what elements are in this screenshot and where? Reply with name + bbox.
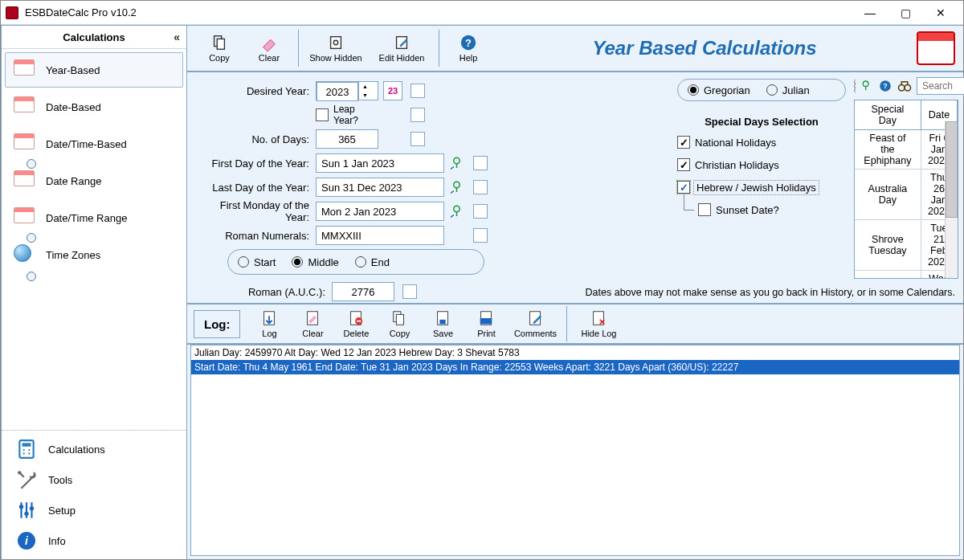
- log-copy-icon: [390, 309, 408, 327]
- table-row[interactable]: Shrove TuesdayTue 21 Feb 2023: [855, 220, 958, 271]
- radio-start[interactable]: [238, 256, 249, 268]
- edit-hidden-icon: [393, 34, 411, 51]
- radio-julian[interactable]: [766, 84, 778, 96]
- calendar-picker-button[interactable]: 23: [383, 81, 402, 100]
- setup-icon: [16, 500, 37, 521]
- calendar-icon: [14, 59, 35, 76]
- copy-button[interactable]: Copy: [195, 28, 243, 68]
- log-print-icon: [477, 309, 495, 327]
- close-button[interactable]: ✕: [923, 2, 958, 24]
- log-line-1[interactable]: Julian Day: 2459970 Alt Day: Wed 12 Jan …: [191, 345, 959, 360]
- sidebar-item-datetime-based[interactable]: Date/Time-Based: [5, 126, 183, 161]
- search-reset-icon[interactable]: [854, 79, 856, 93]
- log-delete-icon: [347, 309, 365, 327]
- log-copy-button[interactable]: Copy: [378, 305, 420, 343]
- log-line-2[interactable]: Start Date: Thu 4 May 1961 End Date: Tue…: [191, 360, 959, 374]
- log-comments-button[interactable]: Comments: [509, 305, 562, 343]
- desired-year-label: Desired Year:: [195, 85, 316, 97]
- log-button[interactable]: Log: [248, 305, 290, 343]
- radio-gregorian[interactable]: [688, 84, 699, 96]
- toggle-leap-year[interactable]: [411, 108, 425, 122]
- year-down[interactable]: ▼: [359, 91, 371, 100]
- svg-rect-15: [331, 37, 341, 49]
- svg-point-3: [28, 449, 30, 451]
- svg-point-26: [899, 85, 905, 92]
- pin-last-day-icon[interactable]: [451, 180, 465, 194]
- table-row[interactable]: Ash WednesdayWed 22 Feb 2023: [855, 271, 958, 280]
- log-save-icon: [434, 309, 451, 327]
- first-monday-field[interactable]: [316, 202, 444, 221]
- first-day-label: First Day of the Year:: [195, 157, 316, 170]
- collapse-sidebar-icon[interactable]: «: [174, 31, 180, 43]
- sidebar-bottom-tools[interactable]: Tools: [2, 464, 186, 495]
- log-save-button[interactable]: Save: [422, 305, 464, 343]
- christian-holidays-checkbox[interactable]: [677, 158, 690, 171]
- sidebar-bottom-calculations[interactable]: Calculations: [2, 434, 186, 464]
- table-row[interactable]: Australia DayThu 26 Jan 2023: [855, 170, 958, 220]
- help-button[interactable]: ? Help: [444, 28, 492, 68]
- eraser-icon: [260, 34, 278, 51]
- toggle-first-monday[interactable]: [473, 204, 488, 219]
- pin-first-day-icon[interactable]: [451, 156, 465, 170]
- toggle-last-day[interactable]: [473, 180, 488, 194]
- first-day-field[interactable]: [316, 153, 444, 173]
- last-day-field[interactable]: [316, 178, 444, 197]
- toggle-no-days[interactable]: [411, 132, 425, 146]
- radio-middle[interactable]: [292, 256, 303, 268]
- svg-point-5: [28, 452, 30, 454]
- calendar-type-selector: Gregorian Julian: [677, 79, 846, 101]
- log-clear-button[interactable]: Clear: [292, 305, 333, 343]
- hide-log-button[interactable]: Hide Log: [572, 305, 625, 343]
- edit-hidden-button[interactable]: Edit Hidden: [370, 28, 434, 68]
- log-area[interactable]: Julian Day: 2459970 Alt Day: Wed 12 Jan …: [190, 345, 960, 556]
- search-help-icon[interactable]: ?: [878, 79, 893, 93]
- hebrew-holidays-checkbox[interactable]: [677, 181, 690, 194]
- desired-year-input[interactable]: ▲▼: [316, 81, 378, 100]
- toggle-first-day[interactable]: [473, 156, 488, 170]
- toolbar: Copy Clear Show Hidden Edit Hidden ?: [187, 26, 963, 72]
- pin-first-monday-icon[interactable]: [451, 204, 465, 219]
- show-hidden-icon: [327, 34, 345, 51]
- maximize-button[interactable]: ▢: [888, 2, 923, 24]
- sidebar-item-date-based[interactable]: Date-Based: [5, 89, 183, 125]
- col-special-day[interactable]: Special Day: [855, 100, 921, 130]
- sunset-date-checkbox[interactable]: [698, 203, 711, 216]
- special-days-header: Special Days Selection: [677, 116, 846, 128]
- svg-rect-14: [217, 39, 224, 49]
- window-title: ESBDateCalc Pro v10.2: [25, 6, 852, 18]
- binoculars-icon[interactable]: [897, 79, 912, 93]
- sidebar-header: Calculations «: [2, 26, 186, 48]
- info-icon: i: [16, 530, 37, 551]
- sidebar-bottom-info[interactable]: i Info: [2, 525, 186, 556]
- show-hidden-button[interactable]: Show Hidden: [304, 28, 368, 68]
- roman-field[interactable]: [316, 226, 444, 245]
- log-icon: [260, 309, 278, 327]
- svg-rect-32: [357, 321, 362, 322]
- sidebar-item-datetime-range[interactable]: Date/Time Range: [5, 200, 183, 235]
- log-delete-button[interactable]: Delete: [335, 305, 377, 343]
- toggle-roman[interactable]: [473, 228, 488, 243]
- clear-button[interactable]: Clear: [245, 28, 293, 68]
- calendar-icon: [14, 96, 35, 112]
- svg-point-2: [23, 449, 25, 451]
- svg-text:?: ?: [883, 82, 888, 90]
- no-days-field[interactable]: [316, 129, 378, 149]
- app-icon: [6, 6, 18, 19]
- history-hint: Dates above may not make sense as you go…: [187, 282, 963, 303]
- search-pin-icon[interactable]: [860, 79, 873, 93]
- log-print-button[interactable]: Print: [465, 305, 507, 343]
- year-up[interactable]: ▲: [359, 82, 371, 91]
- sidebar-item-year-based[interactable]: Year-Based: [5, 52, 183, 88]
- svg-rect-1: [22, 443, 31, 446]
- search-input[interactable]: [917, 77, 964, 95]
- toggle-desired-year[interactable]: [411, 84, 425, 98]
- table-row[interactable]: Feast of the EphiphanyFri 6 Jan 2023: [855, 130, 958, 170]
- globe-icon: [14, 244, 31, 262]
- table-scrollbar[interactable]: [945, 121, 958, 278]
- sidebar-bottom-setup[interactable]: Setup: [2, 495, 186, 525]
- minimize-button[interactable]: —: [852, 2, 888, 24]
- national-holidays-checkbox[interactable]: [677, 136, 690, 149]
- leap-year-checkbox[interactable]: [316, 108, 329, 121]
- radio-end[interactable]: [355, 256, 366, 268]
- svg-point-12: [30, 506, 34, 510]
